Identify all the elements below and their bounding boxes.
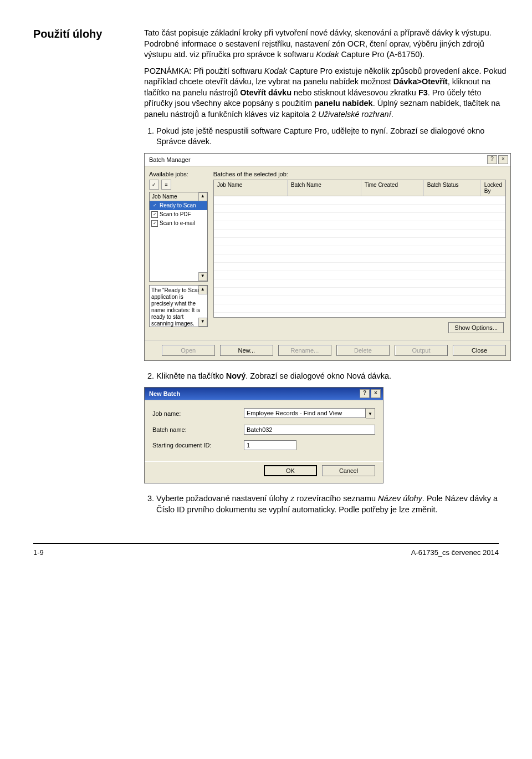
chevron-down-icon[interactable]: ▼ <box>366 408 375 419</box>
scroll-up-icon[interactable]: ▲ <box>198 192 207 201</box>
step-1: Pokud jste ještě nespustili software Cap… <box>156 126 511 147</box>
intro-paragraph: Tato část popisuje základní kroky při vy… <box>144 28 511 60</box>
table-row <box>214 296 505 304</box>
starting-id-input[interactable]: 1 <box>244 440 296 450</box>
footer-page-number: 1-9 <box>33 548 44 557</box>
note-label: POZNÁMKA: <box>144 67 193 75</box>
table-row <box>214 254 505 263</box>
show-options-button[interactable]: Show Options... <box>448 322 504 333</box>
new-batch-dialog: New Batch ? × Job name: Employee Records… <box>144 387 383 483</box>
table-row <box>214 271 505 279</box>
intro-text-2: Capture Pro (A-61750). <box>339 50 424 59</box>
batch-manager-title: Batch Manager <box>149 156 191 163</box>
open-button[interactable]: Open <box>162 345 215 356</box>
new-batch-title: New Batch <box>149 390 180 397</box>
col-status[interactable]: Batch Status <box>424 180 481 196</box>
close-icon[interactable]: × <box>498 155 508 164</box>
job-item-ready[interactable]: ✓Ready to Scan <box>150 201 207 210</box>
step-3: Vyberte požadované nastavení úlohy z roz… <box>156 493 511 515</box>
available-jobs-label: Available jobs: <box>149 171 208 177</box>
col-time[interactable]: Time Created <box>361 180 424 196</box>
list-icon[interactable]: ≡ <box>161 180 171 190</box>
note-paragraph: POZNÁMKA: Při použití softwaru Kodak Cap… <box>144 66 511 120</box>
step-2c: . Zobrazí se dialogové okno Nová dávka. <box>245 371 391 380</box>
close-button[interactable]: Close <box>453 345 506 356</box>
table-row <box>214 205 505 213</box>
desc-scroll-up-icon[interactable]: ▲ <box>198 286 207 294</box>
table-row <box>214 246 505 254</box>
note-f: Otevřít dávku <box>240 88 291 97</box>
section-title: Použití úlohy <box>33 28 127 40</box>
filter-icon[interactable]: ✓ <box>149 180 159 190</box>
intro-kodak: Kodak <box>316 50 339 59</box>
starting-id-label: Starting document ID: <box>152 442 244 449</box>
note-b: Kodak <box>264 67 287 75</box>
help-icon[interactable]: ? <box>487 155 497 164</box>
step-2b: Nový <box>226 371 245 380</box>
table-row <box>214 288 505 296</box>
note-l: Uživatelské rozhraní <box>318 110 391 119</box>
job-name-label: Job name: <box>152 410 244 417</box>
note-m: . <box>391 110 393 119</box>
table-row <box>214 304 505 313</box>
batch-manager-footer: Open New... Rename... Delete Output Clos… <box>145 340 510 360</box>
col-batchname[interactable]: Batch Name <box>288 180 361 196</box>
note-j: panelu nabídek <box>314 99 373 108</box>
batch-manager-dialog: Batch Manager ? × Available jobs: ✓ ≡ <box>144 153 511 361</box>
new-button[interactable]: New... <box>220 345 273 356</box>
note-a: Při použití softwaru <box>193 67 264 75</box>
desc-scroll-down-icon[interactable]: ▼ <box>198 318 207 327</box>
table-row <box>214 279 505 288</box>
col-jobname[interactable]: Job Name <box>214 180 288 196</box>
close-icon[interactable]: × <box>371 389 381 398</box>
ok-button[interactable]: OK <box>264 465 317 476</box>
job-item-pdf[interactable]: ✓Scan to PDF <box>150 210 207 219</box>
batches-label: Batches of the selected job: <box>213 171 506 177</box>
job-description: The "Ready to Scan" application is preci… <box>149 285 208 327</box>
help-icon[interactable]: ? <box>360 389 370 398</box>
table-row <box>214 238 505 246</box>
output-button[interactable]: Output <box>395 345 448 356</box>
col-locked[interactable]: Locked By <box>481 180 505 196</box>
page-footer: 1-9 A-61735_cs červenec 2014 <box>33 543 499 557</box>
table-row <box>214 196 505 205</box>
step-2a: Klikněte na tlačítko <box>156 371 226 380</box>
batch-name-input[interactable]: Batch032 <box>244 425 375 435</box>
table-row <box>214 263 505 271</box>
job-name-select[interactable]: Employee Records - Find and View <box>244 408 366 418</box>
note-g: nebo stisknout klávesovou zkratku <box>291 88 418 97</box>
note-h: F3 <box>418 88 428 97</box>
step-3a: Vyberte požadované nastavení úlohy z roz… <box>156 494 378 503</box>
batch-name-label: Batch name: <box>152 426 244 433</box>
job-list[interactable]: Job Name ✓Ready to Scan ✓Scan to PDF ✓Sc… <box>149 192 208 282</box>
batch-manager-titlebar: Batch Manager ? × <box>145 154 510 166</box>
new-batch-titlebar: New Batch ? × <box>145 388 383 400</box>
step-2: Klikněte na tlačítko Nový. Zobrazí se di… <box>156 371 511 382</box>
table-row <box>214 230 505 238</box>
scroll-down-icon[interactable]: ▼ <box>198 272 207 281</box>
cancel-button[interactable]: Cancel <box>322 465 375 476</box>
table-row <box>214 221 505 230</box>
batch-table[interactable]: Job Name Batch Name Time Created Batch S… <box>213 180 506 318</box>
table-row <box>214 213 505 221</box>
note-d: Dávka>Otevřít <box>393 77 448 86</box>
rename-button[interactable]: Rename... <box>278 345 331 356</box>
delete-button[interactable]: Delete <box>336 345 390 356</box>
footer-doc-id: A-61735_cs červenec 2014 <box>411 548 499 557</box>
job-item-email[interactable]: ✓Scan to e-mail <box>150 219 207 228</box>
step-3b: Název úlohy <box>378 494 422 503</box>
